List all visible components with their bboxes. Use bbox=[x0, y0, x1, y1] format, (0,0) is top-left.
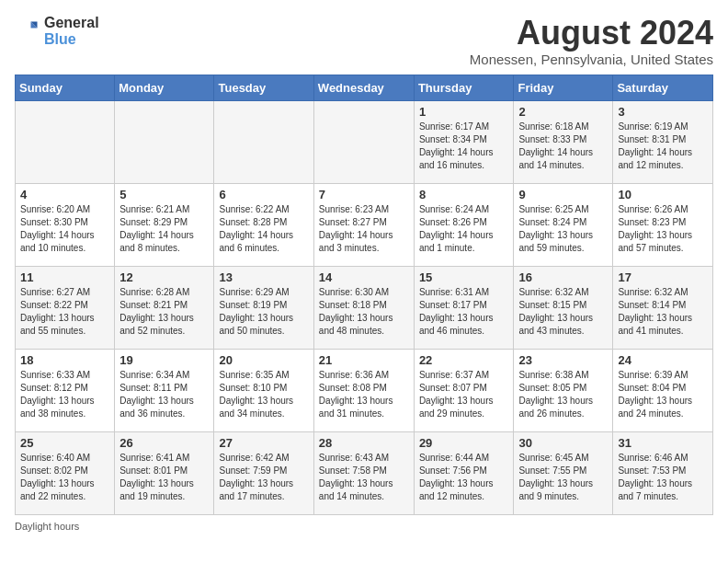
page-header: General Blue August 2024 Monessen, Penns… bbox=[15, 15, 713, 67]
day-number: 7 bbox=[319, 188, 409, 201]
day-number: 4 bbox=[20, 188, 109, 201]
day-number: 17 bbox=[618, 270, 708, 284]
header-tuesday: Tuesday bbox=[214, 75, 313, 100]
day-info: Sunrise: 6:31 AM Sunset: 8:17 PM Dayligh… bbox=[419, 286, 509, 338]
calendar-cell: 24Sunrise: 6:39 AM Sunset: 8:04 PM Dayli… bbox=[613, 349, 713, 431]
day-info: Sunrise: 6:28 AM Sunset: 8:21 PM Dayligh… bbox=[119, 286, 209, 338]
calendar-cell: 21Sunrise: 6:36 AM Sunset: 8:08 PM Dayli… bbox=[313, 349, 414, 431]
day-info: Sunrise: 6:34 AM Sunset: 8:11 PM Dayligh… bbox=[119, 369, 209, 420]
day-info: Sunrise: 6:19 AM Sunset: 8:31 PM Dayligh… bbox=[618, 121, 708, 172]
calendar-cell: 5Sunrise: 6:21 AM Sunset: 8:29 PM Daylig… bbox=[115, 183, 214, 266]
day-info: Sunrise: 6:32 AM Sunset: 8:15 PM Dayligh… bbox=[518, 286, 608, 338]
calendar-cell bbox=[115, 100, 214, 183]
header-saturday: Saturday bbox=[613, 75, 713, 100]
day-info: Sunrise: 6:30 AM Sunset: 8:18 PM Dayligh… bbox=[319, 286, 409, 338]
calendar-cell: 25Sunrise: 6:40 AM Sunset: 8:02 PM Dayli… bbox=[16, 431, 115, 514]
day-number: 6 bbox=[219, 188, 308, 201]
day-number: 10 bbox=[618, 188, 708, 201]
day-number: 26 bbox=[119, 436, 209, 450]
calendar-cell: 15Sunrise: 6:31 AM Sunset: 8:17 PM Dayli… bbox=[414, 266, 514, 349]
logo-blue-text: Blue bbox=[44, 31, 99, 48]
day-info: Sunrise: 6:26 AM Sunset: 8:23 PM Dayligh… bbox=[618, 203, 708, 255]
calendar-table: Sunday Monday Tuesday Wednesday Thursday… bbox=[15, 75, 713, 515]
calendar-cell: 14Sunrise: 6:30 AM Sunset: 8:18 PM Dayli… bbox=[313, 266, 414, 349]
logo-text: General Blue bbox=[44, 15, 99, 47]
day-info: Sunrise: 6:21 AM Sunset: 8:29 PM Dayligh… bbox=[119, 203, 209, 255]
day-info: Sunrise: 6:46 AM Sunset: 7:53 PM Dayligh… bbox=[618, 452, 708, 503]
day-info: Sunrise: 6:44 AM Sunset: 7:56 PM Dayligh… bbox=[419, 452, 509, 503]
day-number: 2 bbox=[518, 105, 608, 119]
calendar-cell: 6Sunrise: 6:22 AM Sunset: 8:28 PM Daylig… bbox=[214, 183, 313, 266]
day-number: 11 bbox=[20, 270, 109, 284]
calendar-cell: 11Sunrise: 6:27 AM Sunset: 8:22 PM Dayli… bbox=[16, 266, 115, 349]
day-info: Sunrise: 6:42 AM Sunset: 7:59 PM Dayligh… bbox=[219, 452, 308, 503]
title-section: August 2024 Monessen, Pennsylvania, Unit… bbox=[470, 15, 713, 67]
day-number: 15 bbox=[419, 270, 509, 284]
calendar-header: Sunday Monday Tuesday Wednesday Thursday… bbox=[16, 75, 713, 100]
calendar-cell: 27Sunrise: 6:42 AM Sunset: 7:59 PM Dayli… bbox=[214, 431, 313, 514]
day-number: 25 bbox=[20, 436, 109, 450]
calendar-cell bbox=[16, 100, 115, 183]
logo: General Blue bbox=[15, 15, 99, 47]
calendar-cell: 12Sunrise: 6:28 AM Sunset: 8:21 PM Dayli… bbox=[115, 266, 214, 349]
day-info: Sunrise: 6:40 AM Sunset: 8:02 PM Dayligh… bbox=[20, 452, 109, 503]
calendar-cell: 20Sunrise: 6:35 AM Sunset: 8:10 PM Dayli… bbox=[214, 349, 313, 431]
logo-general-text: General bbox=[44, 15, 99, 31]
day-info: Sunrise: 6:45 AM Sunset: 7:55 PM Dayligh… bbox=[518, 452, 608, 503]
day-info: Sunrise: 6:25 AM Sunset: 8:24 PM Dayligh… bbox=[518, 203, 608, 255]
day-number: 21 bbox=[319, 353, 409, 367]
day-info: Sunrise: 6:35 AM Sunset: 8:10 PM Dayligh… bbox=[219, 369, 308, 420]
calendar-cell: 23Sunrise: 6:38 AM Sunset: 8:05 PM Dayli… bbox=[514, 349, 613, 431]
day-info: Sunrise: 6:23 AM Sunset: 8:27 PM Dayligh… bbox=[319, 203, 409, 255]
day-number: 29 bbox=[419, 436, 509, 450]
header-sunday: Sunday bbox=[16, 75, 115, 100]
day-info: Sunrise: 6:20 AM Sunset: 8:30 PM Dayligh… bbox=[20, 203, 109, 255]
calendar-cell: 30Sunrise: 6:45 AM Sunset: 7:55 PM Dayli… bbox=[514, 431, 613, 514]
day-info: Sunrise: 6:36 AM Sunset: 8:08 PM Dayligh… bbox=[319, 369, 409, 420]
week-row-3: 11Sunrise: 6:27 AM Sunset: 8:22 PM Dayli… bbox=[16, 266, 713, 349]
day-number: 23 bbox=[518, 353, 608, 367]
calendar-cell: 8Sunrise: 6:24 AM Sunset: 8:26 PM Daylig… bbox=[414, 183, 514, 266]
day-number: 9 bbox=[518, 188, 608, 201]
day-info: Sunrise: 6:18 AM Sunset: 8:33 PM Dayligh… bbox=[518, 121, 608, 172]
month-year-title: August 2024 bbox=[470, 15, 713, 52]
calendar-cell: 17Sunrise: 6:32 AM Sunset: 8:14 PM Dayli… bbox=[613, 266, 713, 349]
calendar-cell: 9Sunrise: 6:25 AM Sunset: 8:24 PM Daylig… bbox=[514, 183, 613, 266]
day-info: Sunrise: 6:39 AM Sunset: 8:04 PM Dayligh… bbox=[618, 369, 708, 420]
day-number: 16 bbox=[518, 270, 608, 284]
calendar-cell: 10Sunrise: 6:26 AM Sunset: 8:23 PM Dayli… bbox=[613, 183, 713, 266]
header-wednesday: Wednesday bbox=[313, 75, 414, 100]
day-number: 22 bbox=[419, 353, 509, 367]
calendar-cell bbox=[313, 100, 414, 183]
day-number: 3 bbox=[618, 105, 708, 119]
calendar-cell: 22Sunrise: 6:37 AM Sunset: 8:07 PM Dayli… bbox=[414, 349, 514, 431]
calendar-cell: 26Sunrise: 6:41 AM Sunset: 8:01 PM Dayli… bbox=[115, 431, 214, 514]
calendar-cell: 7Sunrise: 6:23 AM Sunset: 8:27 PM Daylig… bbox=[313, 183, 414, 266]
day-number: 27 bbox=[219, 436, 308, 450]
header-row: Sunday Monday Tuesday Wednesday Thursday… bbox=[16, 75, 713, 100]
day-info: Sunrise: 6:24 AM Sunset: 8:26 PM Dayligh… bbox=[419, 203, 509, 255]
calendar-cell: 1Sunrise: 6:17 AM Sunset: 8:34 PM Daylig… bbox=[414, 100, 514, 183]
header-friday: Friday bbox=[514, 75, 613, 100]
calendar-cell: 18Sunrise: 6:33 AM Sunset: 8:12 PM Dayli… bbox=[16, 349, 115, 431]
location-subtitle: Monessen, Pennsylvania, United States bbox=[470, 52, 713, 67]
day-info: Sunrise: 6:32 AM Sunset: 8:14 PM Dayligh… bbox=[618, 286, 708, 338]
calendar-cell: 29Sunrise: 6:44 AM Sunset: 7:56 PM Dayli… bbox=[414, 431, 514, 514]
day-number: 19 bbox=[119, 353, 209, 367]
header-thursday: Thursday bbox=[414, 75, 514, 100]
calendar-cell: 13Sunrise: 6:29 AM Sunset: 8:19 PM Dayli… bbox=[214, 266, 313, 349]
calendar-cell: 19Sunrise: 6:34 AM Sunset: 8:11 PM Dayli… bbox=[115, 349, 214, 431]
calendar-cell: 3Sunrise: 6:19 AM Sunset: 8:31 PM Daylig… bbox=[613, 100, 713, 183]
day-number: 13 bbox=[219, 270, 308, 284]
week-row-5: 25Sunrise: 6:40 AM Sunset: 8:02 PM Dayli… bbox=[16, 431, 713, 514]
day-number: 14 bbox=[319, 270, 409, 284]
day-info: Sunrise: 6:37 AM Sunset: 8:07 PM Dayligh… bbox=[419, 369, 509, 420]
day-number: 1 bbox=[419, 105, 509, 119]
day-number: 31 bbox=[618, 436, 708, 450]
header-monday: Monday bbox=[115, 75, 214, 100]
day-info: Sunrise: 6:43 AM Sunset: 7:58 PM Dayligh… bbox=[319, 452, 409, 503]
week-row-4: 18Sunrise: 6:33 AM Sunset: 8:12 PM Dayli… bbox=[16, 349, 713, 431]
calendar-cell: 28Sunrise: 6:43 AM Sunset: 7:58 PM Dayli… bbox=[313, 431, 414, 514]
calendar-cell: 4Sunrise: 6:20 AM Sunset: 8:30 PM Daylig… bbox=[16, 183, 115, 266]
day-number: 20 bbox=[219, 353, 308, 367]
